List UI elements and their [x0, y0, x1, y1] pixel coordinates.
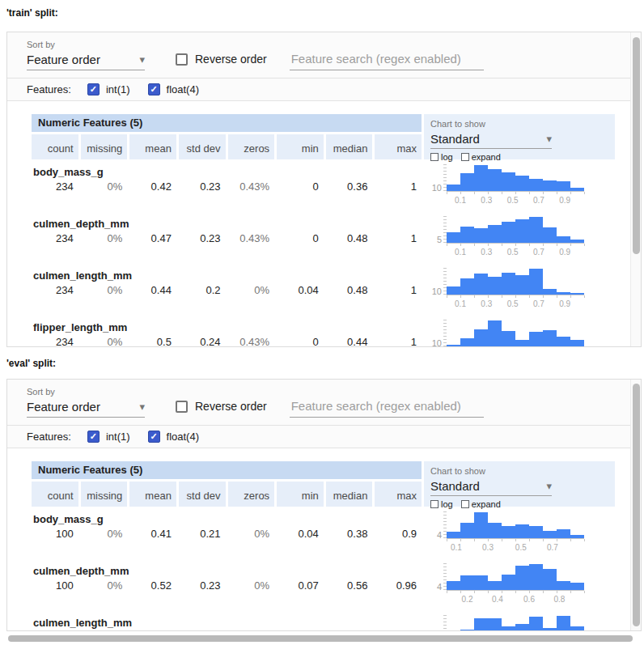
- feature-name: body_mass_g: [32, 513, 422, 527]
- checkbox-unchecked-icon[interactable]: [461, 153, 469, 161]
- y-axis-ticks-icon: [443, 320, 447, 346]
- sort-by-label: Sort by: [27, 40, 145, 49]
- histogram-culmen_length_mm: 100.10.30.50.70.9: [424, 263, 615, 315]
- histogram-bar: [502, 222, 515, 243]
- float-filter-checkbox[interactable]: float(4): [148, 83, 199, 95]
- histogram-bar: [474, 329, 488, 346]
- value-cell: 0.44: [326, 336, 373, 347]
- checkbox-checked-icon[interactable]: [87, 83, 100, 95]
- checkbox-checked-icon[interactable]: [148, 431, 160, 443]
- value-cell: 0%: [228, 284, 275, 296]
- value-cell: 100: [32, 579, 78, 592]
- value-cell: 0: [277, 232, 324, 244]
- histogram-bar: [557, 337, 570, 346]
- int-filter-checkbox[interactable]: int(1): [87, 431, 130, 443]
- table-header-row: countmissingmeanstd devzerosminmedianmax: [32, 482, 422, 507]
- y-axis-ticks-icon: [443, 268, 447, 295]
- vertical-scrollbar[interactable]: [630, 380, 641, 630]
- checkbox-checked-icon[interactable]: [148, 83, 160, 95]
- x-tick-label: 0.9: [559, 196, 570, 205]
- chart-type-dropdown[interactable]: Standard: [430, 478, 552, 496]
- value-cell: 0%: [228, 579, 275, 592]
- histogram-bar: [515, 340, 529, 346]
- float-filter-checkbox[interactable]: float(4): [148, 431, 199, 443]
- value-cell: 0: [277, 336, 324, 347]
- x-axis-labels: 0.10.30.50.70.9: [447, 196, 584, 206]
- value-cell: 234: [32, 180, 78, 193]
- histogram-bar: [447, 185, 460, 191]
- sort-by-dropdown[interactable]: Feature order: [27, 399, 145, 418]
- histogram-bar: [488, 169, 502, 191]
- y-axis-label: 10: [424, 338, 442, 347]
- histogram-bar: [570, 188, 584, 191]
- histogram-plot: 10: [447, 164, 584, 192]
- feature-values: 2340%0.440.20%0.040.481: [32, 284, 422, 296]
- expand-checkbox[interactable]: expand: [461, 499, 501, 509]
- chart-type-value: Standard: [430, 479, 480, 493]
- x-tick-label: 0.9: [559, 248, 570, 257]
- checkbox-checked-icon[interactable]: [87, 431, 100, 443]
- value-cell: 0%: [81, 336, 128, 347]
- histogram-bar: [460, 630, 474, 631]
- histogram-bar: [447, 232, 460, 243]
- value-cell: 0%: [81, 528, 128, 540]
- sort-by-dropdown[interactable]: Feature order: [27, 52, 145, 70]
- histogram-bar: [570, 626, 584, 631]
- histogram-bar: [502, 273, 515, 295]
- checkbox-unchecked-icon[interactable]: [176, 53, 188, 66]
- x-tick-label: 0.5: [507, 196, 519, 205]
- feature-search-input[interactable]: [290, 52, 484, 70]
- checkbox-unchecked-icon[interactable]: [176, 401, 188, 413]
- scrollbar-thumb[interactable]: [8, 635, 633, 642]
- histogram-bar: [460, 173, 474, 191]
- scrollbar-thumb[interactable]: [633, 37, 640, 254]
- histogram-bar: [557, 616, 570, 631]
- chevron-down-icon: [546, 131, 552, 146]
- feature-name: culmen_depth_mm: [32, 565, 422, 579]
- column-header-count: count: [32, 134, 78, 159]
- x-tick-label: 0.7: [533, 196, 544, 205]
- log-label: log: [441, 499, 453, 509]
- y-axis-ticks-icon: [443, 615, 447, 631]
- int-filter-label: int(1): [106, 83, 130, 95]
- histogram-bar: [557, 181, 570, 191]
- histogram-bars: [447, 563, 584, 590]
- histogram-bar: [529, 564, 543, 590]
- chart-type-dropdown[interactable]: Standard: [430, 131, 552, 149]
- histogram-bar: [488, 618, 502, 631]
- value-cell: 1: [375, 336, 422, 347]
- x-tick-label: 0.4: [492, 595, 503, 604]
- histogram-bar: [515, 524, 529, 538]
- reverse-order-checkbox[interactable]: Reverse order: [176, 400, 267, 413]
- train-split-panel: Sort by Feature order Reverse order Feat…: [6, 32, 642, 347]
- checkbox-unchecked-icon[interactable]: [430, 153, 439, 161]
- histogram-plot: 5: [447, 216, 584, 244]
- histogram-bars: [447, 216, 584, 243]
- histogram-bar: [460, 227, 474, 243]
- histogram-bar: [570, 535, 584, 538]
- x-tick-label: 0.7: [533, 299, 544, 308]
- x-axis-labels: 0.10.30.50.7: [447, 543, 584, 554]
- histogram-bar: [460, 278, 474, 295]
- int-filter-checkbox[interactable]: int(1): [87, 83, 130, 95]
- feature-search-input[interactable]: [290, 399, 484, 418]
- value-cell: 0.36: [326, 180, 373, 193]
- x-axis-ticks-icon: [447, 539, 585, 541]
- histogram-bar: [570, 340, 584, 346]
- reverse-order-checkbox[interactable]: Reverse order: [176, 53, 267, 66]
- column-header-missing: missing: [81, 482, 128, 507]
- log-checkbox[interactable]: log: [430, 152, 453, 162]
- histogram-bar: [543, 330, 557, 346]
- value-cell: 0.56: [326, 579, 373, 592]
- value-cell: 0.21: [179, 528, 226, 540]
- value-cell: 0.48: [326, 232, 373, 244]
- reverse-order-label: Reverse order: [195, 400, 267, 413]
- histogram-bar: [543, 289, 557, 295]
- checkbox-unchecked-icon[interactable]: [461, 500, 469, 508]
- checkbox-unchecked-icon[interactable]: [430, 500, 439, 508]
- vertical-scrollbar[interactable]: [630, 32, 641, 346]
- log-checkbox[interactable]: log: [430, 499, 453, 509]
- scrollbar-thumb[interactable]: [633, 384, 640, 626]
- expand-checkbox[interactable]: expand: [461, 152, 501, 162]
- horizontal-scrollbar[interactable]: [6, 635, 638, 643]
